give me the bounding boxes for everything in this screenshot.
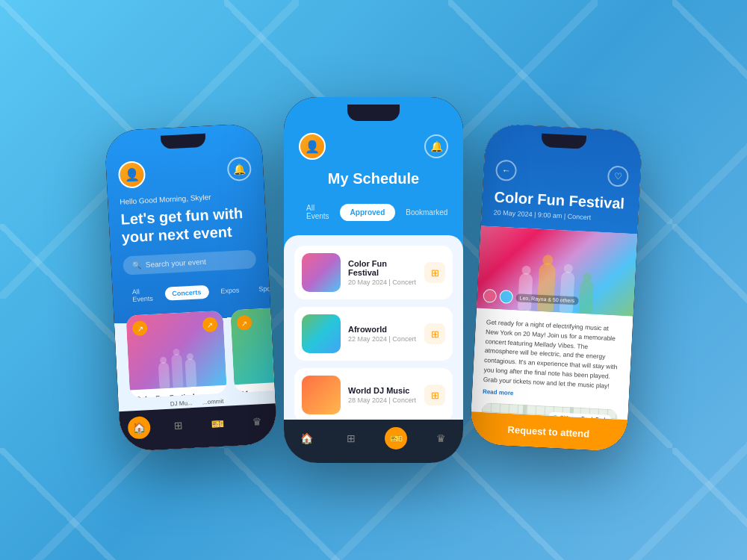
- user-avatar[interactable]: 👤: [118, 161, 146, 189]
- home-title: Let's get fun with your next event: [108, 203, 267, 258]
- sched-ticket-icon[interactable]: 🎫: [385, 427, 407, 449]
- phone-detail: ← ♡ Color Fun Festival 20 May 2024 | 9:0…: [469, 123, 642, 452]
- hero-attendees-text: Leo, Rayna & 50 others: [515, 293, 578, 305]
- nav-home[interactable]: 🏠: [128, 416, 152, 440]
- search-icon: 🔍: [132, 261, 142, 270]
- afro-arrow-icon: ↗: [237, 315, 252, 331]
- sched-festival-img: [302, 253, 341, 292]
- sched-nav-home[interactable]: 🏠: [295, 427, 317, 449]
- phone-schedule: 👤 🔔 My Schedule All Events Approved Book…: [284, 97, 463, 463]
- sched-festival-title: Color Fun Festival: [348, 259, 417, 277]
- schedule-avatar[interactable]: 👤: [299, 133, 326, 160]
- schedule-item-dj[interactable]: World DJ Music 28 May 2024 | Concert ⊞: [294, 368, 453, 420]
- sched-afro-info: Afroworld 22 May 2024 | Concert: [348, 325, 417, 343]
- event-festival-image: ↗ ↗: [125, 311, 226, 391]
- hero-avatar-1: [483, 289, 497, 303]
- nav-crown[interactable]: ♛: [245, 410, 269, 434]
- sched-dj-bookmark[interactable]: ⊞: [424, 385, 445, 405]
- tab-sports[interactable]: Sports: [251, 281, 278, 296]
- phone-home: 👤 🔔 Hello Good Morning, Skyler Let's get…: [104, 123, 277, 452]
- detail-hero-image: Leo, Rayna & 50 others: [477, 226, 637, 317]
- home-bottom-nav: 🏠 ⊞ 🎫 ♛: [119, 403, 278, 452]
- sched-dj-sub: 28 May 2024 | Concert: [348, 396, 417, 404]
- back-button[interactable]: ←: [495, 160, 517, 181]
- nav-grid[interactable]: ⊞: [167, 414, 190, 438]
- sched-tab-bookmarked[interactable]: Bookmarked: [395, 204, 458, 221]
- events-scroll: ↗ ↗: [114, 308, 275, 399]
- sched-afro-bookmark[interactable]: ⊞: [424, 323, 445, 344]
- detail-body: Get ready for a night of electrifying mu…: [471, 308, 633, 420]
- phones-container: 👤 🔔 Hello Good Morning, Skyler Let's get…: [112, 97, 635, 463]
- phone-notch-2: [347, 105, 400, 121]
- sched-tab-approved[interactable]: Approved: [340, 204, 396, 221]
- schedule-title: My Schedule: [284, 170, 463, 199]
- grid-icon[interactable]: ⊞: [167, 414, 190, 438]
- event-card-afro[interactable]: ↗ Afr... 22 h...: [230, 308, 275, 393]
- hero-avatar-2: [499, 290, 513, 304]
- event-card-festival[interactable]: ↗ ↗: [125, 311, 227, 399]
- phone-screen-1: 👤 🔔 Hello Good Morning, Skyler Let's get…: [104, 123, 277, 452]
- sched-grid-icon[interactable]: ⊞: [340, 427, 362, 449]
- sched-afro-title: Afroworld: [348, 325, 417, 334]
- home-screen: 👤 🔔 Hello Good Morning, Skyler Let's get…: [104, 123, 277, 452]
- schedule-list: Color Fun Festival 20 May 2024 | Concert…: [284, 235, 463, 420]
- search-placeholder-text: Search your event: [146, 258, 207, 269]
- phone-screen-2: 👤 🔔 My Schedule All Events Approved Book…: [284, 97, 463, 463]
- event-description: Get ready for a night of electrifying mu…: [483, 317, 622, 391]
- schedule-screen: 👤 🔔 My Schedule All Events Approved Book…: [284, 97, 463, 463]
- sched-dj-info: World DJ Music 28 May 2024 | Concert: [348, 386, 417, 404]
- ticket-icon[interactable]: 🎫: [206, 412, 230, 436]
- sched-tab-all[interactable]: All Events: [296, 199, 340, 225]
- sched-dj-img: [302, 376, 341, 414]
- sched-home-icon[interactable]: 🏠: [295, 427, 317, 449]
- tab-concerts[interactable]: Concerts: [164, 285, 209, 301]
- sched-nav-ticket[interactable]: 🎫: [385, 427, 407, 449]
- event-afro-image: ↗: [230, 308, 275, 385]
- notification-bell-icon[interactable]: 🔔: [226, 157, 252, 182]
- crown-icon[interactable]: ♛: [245, 410, 269, 434]
- sched-afro-img: [302, 314, 341, 353]
- detail-event-title: Color Fun Festival: [494, 188, 627, 213]
- sched-nav-grid[interactable]: ⊞: [340, 427, 362, 449]
- phone-notch-3: [541, 134, 586, 149]
- detail-nav: ← ♡: [495, 160, 629, 187]
- arrow-icon: ↗: [202, 317, 218, 332]
- sched-festival-info: Color Fun Festival 20 May 2024 | Concert: [348, 259, 417, 286]
- sched-festival-sub: 20 May 2024 | Concert: [348, 279, 417, 286]
- tab-all-events[interactable]: All Events: [124, 284, 161, 306]
- home-icon[interactable]: 🏠: [128, 416, 152, 440]
- schedule-item-afroworld[interactable]: Afroworld 22 May 2024 | Concert ⊞: [294, 307, 453, 361]
- read-more-link[interactable]: Read more: [483, 388, 619, 402]
- schedule-tabs: All Events Approved Bookmarked: [284, 199, 463, 235]
- sched-dj-title: World DJ Music: [348, 386, 417, 395]
- tab-expos[interactable]: Expos: [213, 283, 247, 298]
- schedule-bottom-nav: 🏠 ⊞ 🎫 ♛: [284, 420, 463, 463]
- sched-festival-bookmark[interactable]: ⊞: [424, 262, 445, 283]
- sched-afro-sub: 22 May 2024 | Concert: [348, 335, 417, 343]
- nav-ticket[interactable]: 🎫: [206, 412, 230, 436]
- arrow-tl-icon: ↗: [132, 320, 148, 336]
- phone-screen-3: ← ♡ Color Fun Festival 20 May 2024 | 9:0…: [469, 123, 642, 452]
- schedule-item-festival[interactable]: Color Fun Festival 20 May 2024 | Concert…: [294, 246, 453, 299]
- detail-screen: ← ♡ Color Fun Festival 20 May 2024 | 9:0…: [469, 123, 642, 452]
- schedule-bell-icon[interactable]: 🔔: [424, 134, 448, 158]
- sched-nav-crown[interactable]: ♛: [430, 427, 452, 449]
- sched-crown-icon[interactable]: ♛: [430, 427, 452, 449]
- heart-button[interactable]: ♡: [607, 165, 629, 187]
